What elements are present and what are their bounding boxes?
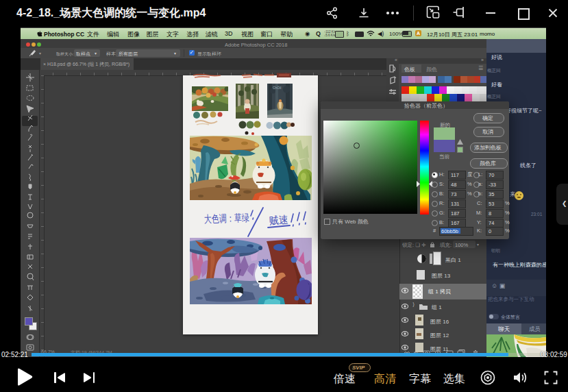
svg-text:贼速: 贼速 <box>269 214 288 226</box>
svg-text:大色调：草绿: 大色调：草绿 <box>204 212 250 225</box>
svg-text:ChOil: ChOil <box>273 86 281 90</box>
